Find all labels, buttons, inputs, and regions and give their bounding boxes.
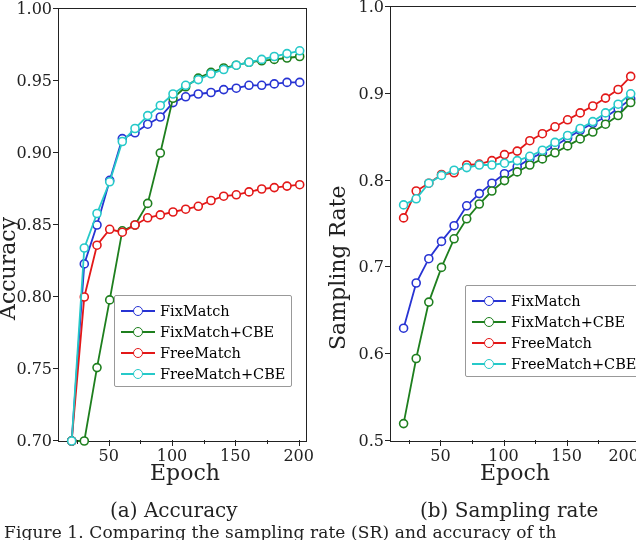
series-marker — [463, 202, 471, 210]
series-marker — [296, 78, 304, 86]
series-marker — [220, 192, 228, 200]
series-marker — [156, 149, 164, 157]
legend-swatch — [472, 357, 506, 371]
series-marker — [627, 90, 635, 98]
series-marker — [450, 235, 458, 243]
series-marker — [614, 86, 622, 94]
series-marker — [526, 161, 534, 169]
series-marker — [400, 420, 408, 428]
x-minor-tickmark — [535, 440, 536, 444]
series-marker — [220, 86, 228, 94]
series-marker — [425, 179, 433, 187]
series-marker — [93, 241, 101, 249]
legend-right: FixMatchFixMatch+CBEFreeMatchFreeMatch+C… — [465, 285, 636, 377]
series-marker — [283, 78, 291, 86]
y-tickmark — [53, 152, 58, 153]
y-tickmark — [53, 368, 58, 369]
series-marker — [589, 128, 597, 136]
legend-entry: FixMatch+CBE — [121, 321, 285, 342]
legend-label: FixMatch+CBE — [511, 314, 625, 330]
series-marker — [245, 188, 253, 196]
y-tick-label: 0.5 — [346, 431, 384, 450]
y-tick-label: 0.7 — [346, 257, 384, 276]
legend-swatch — [121, 325, 155, 339]
series-marker — [258, 81, 266, 89]
series-marker — [526, 152, 534, 160]
series-marker — [182, 205, 190, 213]
series-marker — [627, 72, 635, 80]
series-marker — [144, 112, 152, 120]
y-tickmark — [53, 80, 58, 81]
x-tick-label: 150 — [551, 446, 582, 465]
series-marker — [488, 161, 496, 169]
x-minor-tickmark — [77, 440, 78, 444]
series-marker — [182, 93, 190, 101]
series-marker — [501, 151, 509, 159]
series-marker — [270, 80, 278, 88]
y-tickmark — [385, 266, 390, 267]
legend-label: FixMatch+CBE — [160, 324, 274, 340]
legend-label: FreeMatch+CBE — [160, 366, 285, 382]
series-marker — [551, 149, 559, 157]
series-marker — [118, 138, 126, 146]
series-marker — [400, 324, 408, 332]
panel-sampling-rate: Sampling Rate Epoch (b) Sampling rate Fi… — [320, 0, 636, 480]
series-marker — [526, 137, 534, 145]
x-tick-label: 50 — [98, 446, 118, 465]
legend-swatch — [121, 346, 155, 360]
series-marker — [232, 191, 240, 199]
series-marker — [258, 55, 266, 63]
series-marker — [538, 155, 546, 163]
series-marker — [475, 190, 483, 198]
series-marker — [106, 178, 114, 186]
y-tick-label: 0.80 — [14, 287, 52, 306]
series-marker — [156, 113, 164, 121]
x-tick-label: 50 — [430, 446, 450, 465]
x-minor-tickmark — [267, 440, 268, 444]
series-marker — [131, 125, 139, 133]
legend-label: FreeMatch+CBE — [511, 356, 636, 372]
x-tick-label: 200 — [283, 446, 314, 465]
series-marker — [463, 215, 471, 223]
series-marker — [106, 225, 114, 233]
series-marker — [425, 255, 433, 263]
series-marker — [93, 364, 101, 372]
series-marker — [207, 89, 215, 97]
series-marker — [182, 81, 190, 89]
x-tick-label: 200 — [608, 446, 636, 465]
legend-entry: FreeMatch — [472, 332, 636, 353]
series-marker — [538, 146, 546, 154]
series-marker — [131, 221, 139, 229]
series-marker — [144, 120, 152, 128]
legend-swatch — [472, 315, 506, 329]
series-marker — [513, 157, 521, 165]
series-marker — [412, 187, 420, 195]
legend-entry: FixMatch — [472, 290, 636, 311]
series-marker — [207, 70, 215, 78]
legend-left: FixMatchFixMatch+CBEFreeMatchFreeMatch+C… — [114, 295, 292, 387]
series-marker — [156, 211, 164, 219]
series-marker — [156, 102, 164, 110]
legend-swatch — [472, 294, 506, 308]
legend-label: FreeMatch — [160, 345, 241, 361]
series-marker — [296, 181, 304, 189]
series-marker — [258, 185, 266, 193]
series-marker — [245, 58, 253, 66]
series-marker — [438, 263, 446, 271]
series-marker — [270, 53, 278, 61]
y-tick-label: 0.6 — [346, 344, 384, 363]
series-marker — [80, 244, 88, 252]
series-line — [72, 82, 300, 441]
series-marker — [576, 125, 584, 133]
x-tick-label: 100 — [488, 446, 519, 465]
legend-swatch — [121, 367, 155, 381]
series-marker — [438, 237, 446, 245]
y-tickmark — [53, 440, 58, 441]
legend-label: FixMatch — [160, 303, 230, 319]
series-marker — [194, 90, 202, 98]
x-minor-tickmark — [204, 440, 205, 444]
series-marker — [602, 94, 610, 102]
legend-label: FreeMatch — [511, 335, 592, 351]
series-marker — [538, 130, 546, 138]
series-marker — [283, 182, 291, 190]
